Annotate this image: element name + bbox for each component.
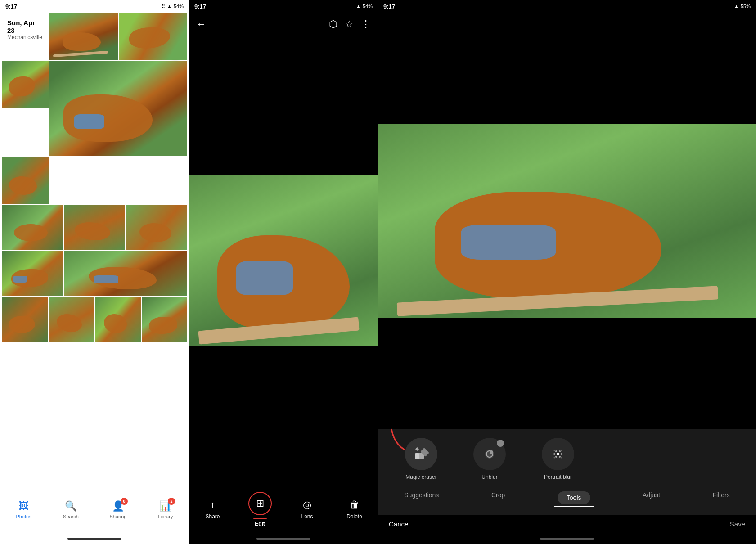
viewer-home-bar [256, 538, 310, 540]
lens-label: Lens [301, 513, 313, 520]
photo-cell[interactable] [142, 297, 188, 342]
bottom-nav: 🖼 Photos 🔍 Search 👤 8 Sharing 📊 2 Libr [0, 486, 189, 544]
viewer-nav-items: ↑ Share ⊞ Edit ◎ Lens 🗑 Delete [189, 486, 378, 533]
portrait-blur-circle[interactable] [542, 438, 574, 470]
photos-grid: Sun, Apr 23 Mechanicsville ⇅ [0, 13, 189, 486]
unblur-circle[interactable] [473, 438, 506, 470]
photo-cell-large[interactable] [50, 61, 187, 156]
nav-item-photos[interactable]: 🖼 Photos [0, 497, 47, 523]
harness-figure [236, 261, 293, 295]
library-badge-container: 📊 2 [159, 500, 171, 512]
svg-rect-2 [415, 453, 419, 459]
status-icons-1: ⠿ ▲ 54% [162, 4, 184, 9]
tab-tools[interactable]: Tools [554, 490, 594, 506]
svg-point-16 [561, 450, 562, 451]
viewer-time: 9:17 [194, 3, 206, 10]
library-badge: 2 [168, 498, 175, 505]
tool-portrait-blur[interactable]: Portrait blur [542, 438, 574, 480]
edit-status-icons: ▲ 55% [734, 4, 751, 9]
svg-point-15 [554, 450, 555, 451]
main-photo[interactable] [189, 175, 378, 346]
tab-adjust[interactable]: Adjust [639, 490, 664, 506]
photos-icon: 🖼 [19, 500, 29, 512]
tab-crop[interactable]: Crop [488, 490, 508, 506]
edit-action-row: Cancel Save [378, 515, 756, 533]
viewer-top-bar: ← ⬡ ☆ ⋮ [189, 13, 378, 36]
svg-point-7 [490, 450, 493, 454]
photo-cell[interactable] [126, 205, 187, 250]
photo-cell[interactable] [2, 297, 48, 342]
tab-filters[interactable]: Filters [709, 490, 734, 506]
nav-label-search: Search [63, 514, 79, 519]
back-button[interactable]: ← [196, 18, 206, 30]
wifi-icon-3: ▲ [734, 4, 739, 9]
panel-photos: 9:17 ⠿ ▲ 54% Sun, Apr 23 Mechanicsville [0, 0, 189, 544]
svg-point-12 [559, 450, 561, 452]
nav-label-photos: Photos [16, 514, 31, 519]
viewer-image-area [189, 72, 378, 450]
more-options-button[interactable]: ⋮ [361, 18, 371, 30]
nav-label-library: Library [158, 514, 173, 519]
grid-icon: ⠿ [162, 4, 165, 9]
unblur-dot [497, 440, 504, 447]
edit-sliders-icon: ⊞ [256, 498, 264, 509]
nav-item-search[interactable]: 🔍 Search [47, 497, 94, 523]
photo-cell[interactable] [50, 13, 118, 60]
cast-button[interactable]: ⬡ [329, 18, 338, 30]
edit-image-area [378, 13, 756, 429]
svg-rect-4 [415, 447, 419, 451]
favorite-button[interactable]: ☆ [345, 18, 354, 30]
more-photos [0, 205, 189, 342]
location-text: Mechanicsville [7, 34, 43, 40]
edit-nav-item[interactable]: ⊞ Edit [236, 488, 284, 531]
panel-edit: 9:17 ▲ 55% [378, 0, 756, 544]
nav-label-sharing: Sharing [110, 514, 127, 519]
edit-main-photo[interactable] [378, 124, 756, 318]
photo-cell[interactable] [2, 157, 49, 204]
edit-home-indicator [378, 533, 756, 544]
battery-icon-3: 55% [741, 4, 751, 9]
viewer-status-bar: 9:17 ▲ 54% [189, 0, 378, 13]
viewer-home-indicator [189, 533, 378, 544]
portrait-blur-icon [550, 446, 566, 462]
lens-nav-item[interactable]: ◎ Lens [284, 495, 331, 523]
edit-tabs-row: Suggestions Crop Tools Adjust Filters [378, 485, 756, 510]
edit-label: Edit [255, 521, 265, 527]
share-nav-item[interactable]: ↑ Share [189, 495, 236, 523]
delete-nav-item[interactable]: 🗑 Delete [331, 495, 378, 523]
photo-cell[interactable] [2, 205, 63, 250]
photo-cell[interactable] [2, 251, 63, 296]
viewer-bottom-bar: ↑ Share ⊞ Edit ◎ Lens 🗑 Delete [189, 486, 378, 544]
nav-item-library[interactable]: 📊 2 Library [142, 497, 189, 523]
edit-home-bar [540, 538, 594, 540]
magic-eraser-icon [413, 446, 429, 462]
status-bar-photos: 9:17 ⠿ ▲ 54% [0, 0, 189, 13]
tools-section: Magic eraser Unblur [378, 429, 756, 515]
photo-cell[interactable] [64, 205, 125, 250]
photo-cell[interactable] [95, 297, 141, 342]
photo-cell[interactable] [64, 251, 187, 296]
photo-cell[interactable] [2, 61, 49, 108]
tools-tab-circle[interactable]: Tools [558, 491, 590, 504]
portrait-blur-label: Portrait blur [544, 474, 572, 480]
signal-icon: ▲ [167, 4, 172, 9]
photo-cell[interactable] [49, 297, 94, 342]
edit-circle[interactable]: ⊞ [248, 492, 272, 515]
home-bar-1 [68, 538, 122, 540]
nav-item-sharing[interactable]: 👤 8 Sharing [94, 497, 142, 523]
svg-point-10 [561, 453, 562, 455]
photo-cell[interactable] [119, 13, 187, 60]
svg-point-9 [554, 453, 555, 455]
delete-label: Delete [346, 513, 362, 520]
save-button[interactable]: Save [730, 520, 745, 528]
svg-point-14 [559, 456, 561, 458]
magic-eraser-circle[interactable] [405, 438, 437, 470]
delete-icon: 🗑 [350, 499, 360, 511]
lens-icon: ◎ [303, 499, 311, 511]
tool-unblur[interactable]: Unblur [473, 438, 506, 480]
cancel-button[interactable]: Cancel [389, 520, 410, 528]
edit-status-bar: 9:17 ▲ 55% [378, 0, 756, 13]
tool-magic-eraser[interactable]: Magic eraser [405, 438, 437, 480]
tab-suggestions[interactable]: Suggestions [400, 490, 442, 506]
wifi-icon-2: ▲ [356, 4, 361, 9]
